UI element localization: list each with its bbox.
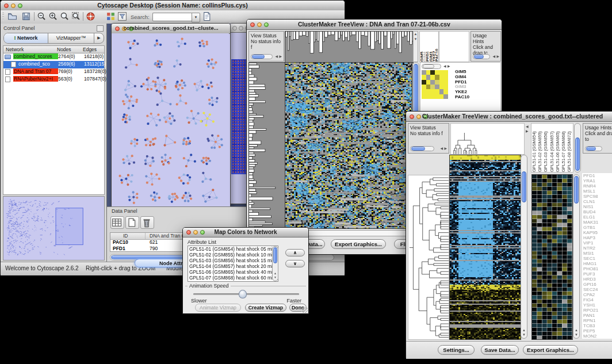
tv1-heatmap[interactable]: [285, 62, 412, 229]
matrix-cell[interactable]: [422, 85, 426, 89]
help-lifering-icon[interactable]: [86, 12, 96, 22]
filter-funnel-icon[interactable]: [117, 12, 128, 22]
vscroll-thumb[interactable]: [574, 176, 579, 204]
gene-label[interactable]: NIS1: [583, 204, 612, 209]
delete-attribute-trash-icon[interactable]: [140, 216, 154, 229]
zoom-in-button[interactable]: [48, 12, 59, 22]
matrix-cell[interactable]: [422, 80, 426, 85]
tv2-zoom-heatmap[interactable]: [531, 174, 573, 340]
network-row[interactable]: RNAPuberNov2+I 563(0) 107847(0): [3, 76, 104, 83]
tv1-dendro-scroll-strip[interactable]: ▲▼: [413, 31, 418, 62]
tv1-title-bar[interactable]: ClusterMaker TreeView : DNA and Tran 07-…: [247, 20, 502, 30]
close-button[interactable]: [232, 26, 237, 30]
overview-canvas[interactable]: [3, 197, 104, 260]
network-row-selected[interactable]: combined_sco 2569(6) 13112(15): [3, 61, 104, 68]
gene-label[interactable]: NTR2: [583, 246, 612, 251]
gene-label[interactable]: PAN1: [583, 313, 612, 318]
scroll-left-icon[interactable]: ◀: [440, 146, 443, 151]
vscroll-thumb[interactable]: [273, 247, 277, 263]
attribute-select-button[interactable]: [110, 216, 124, 229]
matrix-cell[interactable]: [426, 70, 431, 75]
gene-label[interactable]: HAP3: [583, 235, 612, 240]
new-attribute-button[interactable]: [125, 216, 139, 229]
tv2-column-dendrogram[interactable]: [451, 124, 524, 154]
matrix-cell[interactable]: [430, 80, 435, 85]
matrix-cell[interactable]: [422, 94, 426, 99]
gene-label[interactable]: HMG1: [583, 261, 612, 266]
matrix-cell[interactable]: [430, 89, 435, 94]
annotation-doc-icon[interactable]: [202, 12, 212, 22]
tab-more-arrow[interactable]: ▶: [94, 33, 104, 43]
tv1-row-dendrogram[interactable]: [248, 62, 285, 229]
network-row[interactable]: DNA and Tran 07 769(0) 183728(0): [3, 68, 104, 76]
matrix-cell[interactable]: [435, 89, 439, 94]
save-session-button[interactable]: [21, 12, 32, 22]
search-input[interactable]: [152, 13, 192, 21]
matrix-cell[interactable]: [439, 70, 444, 75]
attribute-list-vscrollbar[interactable]: ▲ ▼: [272, 246, 278, 281]
tv2-zoom-vscrollbar[interactable]: ▲ ▼: [573, 174, 580, 339]
tv1-export-graphics-button[interactable]: Export Graphics...: [331, 239, 386, 249]
animate-vizmap-button[interactable]: Animate Vizmap: [195, 304, 241, 312]
scroll-left-icon[interactable]: ◀: [443, 64, 446, 69]
move-down-button[interactable]: ∨: [285, 260, 305, 267]
gene-label[interactable]: RPN1: [583, 318, 612, 323]
matrix-cell[interactable]: [426, 94, 431, 99]
matrix-cell[interactable]: [435, 70, 439, 75]
matrix-cell[interactable]: [430, 70, 435, 75]
matrix-cell[interactable]: [422, 75, 426, 79]
matrix-cell[interactable]: [443, 94, 448, 99]
scroll-left-icon[interactable]: ◀: [275, 54, 278, 59]
gene-label[interactable]: PEP5: [583, 328, 612, 334]
attribute-list-item[interactable]: GPL51-06 (GSM865) heat shock 40 min: [189, 270, 277, 275]
view-status-scrollbar[interactable]: [410, 146, 434, 151]
matrix-cell[interactable]: [435, 80, 439, 85]
network-window-title-bar[interactable]: combined_scores_good.txt--cluste...: [112, 24, 230, 34]
tv2-column-dendrogram-cell[interactable]: [450, 123, 525, 155]
tv1-column-dendrogram[interactable]: [285, 31, 414, 63]
matrix-cell[interactable]: [422, 89, 426, 94]
open-file-button[interactable]: [7, 12, 18, 22]
scroll-right-icon[interactable]: ▶: [279, 54, 282, 59]
matrix-cell[interactable]: [443, 85, 448, 89]
attribute-list-item[interactable]: GPL51-01 (GSM854) heat shock 05 min: [189, 247, 277, 252]
gene-label[interactable]: YRA1: [583, 178, 612, 183]
tv2-settings-button[interactable]: Settings...: [438, 345, 475, 355]
attribute-list-item[interactable]: GPL51-04 (GSM857) heat shock 20 min: [189, 264, 277, 270]
tv2-gene-list[interactable]: PFD1YRA1RNR4MSL1SPC98CLN1NIS1BUD4ELG1MAK…: [582, 173, 612, 339]
scroll-right-icon[interactable]: ▶: [444, 146, 447, 151]
network-view-window-1[interactable]: combined_scores_good.txt--cluste...: [111, 23, 231, 212]
gene-label[interactable]: MSI1: [583, 251, 612, 256]
create-vizmap-button[interactable]: Create Vizmap: [245, 304, 286, 312]
matrix-cell[interactable]: [439, 89, 444, 94]
scroll-right-icon[interactable]: ▶: [526, 129, 529, 134]
gene-label[interactable]: VIP1: [583, 240, 612, 246]
float-panel-icon[interactable]: [97, 25, 104, 32]
tab-network[interactable]: ⁝ Network: [4, 33, 48, 43]
gene-label[interactable]: SEC24: [583, 287, 612, 292]
gene-label[interactable]: YSH1: [583, 302, 612, 308]
view-status-scrollbar[interactable]: [251, 54, 273, 59]
gene-label[interactable]: KAP95: [583, 230, 612, 235]
scroll-right-icon[interactable]: ▶: [496, 54, 499, 59]
vscroll-thumb[interactable]: [522, 171, 526, 202]
matrix-cell[interactable]: [426, 89, 431, 94]
tv2-heatmap[interactable]: [449, 155, 521, 340]
gene-label[interactable]: PAC10: [455, 95, 495, 100]
tv2-export-graphics-button[interactable]: Export Graphics...: [523, 345, 578, 355]
matrix-cell[interactable]: [422, 70, 426, 75]
matrix-cell[interactable]: [435, 85, 439, 89]
matrix-cell[interactable]: [443, 75, 448, 79]
gene-label[interactable]: MSL1: [583, 189, 612, 194]
col-header-nodes[interactable]: Nodes: [57, 47, 71, 52]
tv1-gene-list[interactable]: GIM5GIM4PFD1GIM3YKE2PAC10: [455, 70, 495, 102]
tv2-row-dendrogram[interactable]: [408, 175, 449, 340]
zoom-out-button[interactable]: [37, 12, 47, 22]
gene-label[interactable]: CPA2: [583, 292, 612, 297]
gene-label[interactable]: RNR4: [583, 183, 612, 189]
attribute-list[interactable]: GPL51-01 (GSM854) heat shock 05 minGPL51…: [188, 246, 278, 282]
resize-grip[interactable]: [301, 306, 308, 313]
scroll-left-icon[interactable]: ◀: [492, 54, 495, 59]
zoom-fit-button[interactable]: [60, 12, 70, 22]
matrix-cell[interactable]: [430, 94, 435, 99]
